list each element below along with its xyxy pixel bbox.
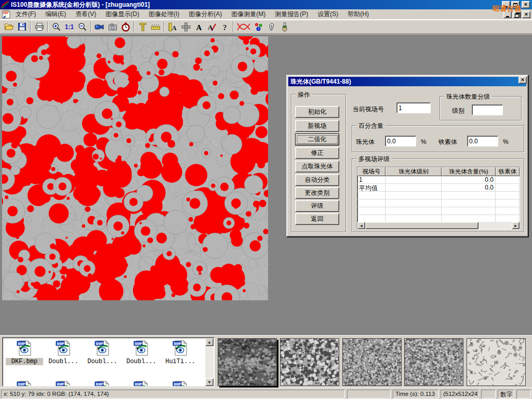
zoom-out-button[interactable]: [76, 21, 89, 33]
svg-text:BMP: BMP: [18, 342, 26, 345]
file-list-scrollbar[interactable]: ▲ ▼: [205, 338, 214, 386]
child-close-button[interactable]: ×: [522, 11, 530, 18]
scroll-down-icon[interactable]: ▼: [205, 378, 214, 386]
curve-tool-button[interactable]: [235, 21, 252, 33]
pick-pearlite-button[interactable]: 点取珠光体: [295, 161, 339, 172]
file-item[interactable]: BMPDKF.bmp: [6, 340, 43, 365]
col-pearlite-content[interactable]: 珠光体含量(%): [442, 167, 496, 176]
classify-balls-button[interactable]: 123: [252, 21, 265, 33]
table-horizontal-scrollbar[interactable]: ◄ ►: [357, 222, 520, 229]
print-button[interactable]: [33, 21, 46, 33]
child-minimize-button[interactable]: [503, 11, 512, 18]
menu-settings[interactable]: 设置(S): [313, 9, 343, 20]
current-field-input[interactable]: [396, 102, 431, 113]
scrollbar-track[interactable]: [478, 222, 512, 229]
actual-size-button[interactable]: 1:1: [63, 21, 76, 33]
correct-button[interactable]: 修正: [295, 147, 339, 159]
file-item-clipped[interactable]: BMP: [6, 380, 43, 387]
file-name[interactable]: HuiTi...: [162, 358, 199, 365]
bmp-file-icon: BMP: [94, 351, 111, 358]
menu-image-display[interactable]: 图像显示(D): [101, 9, 144, 20]
file-item-clipped[interactable]: BMP: [45, 380, 82, 387]
operation-group-label: 操作: [296, 90, 312, 99]
thumbnail-1[interactable]: [218, 338, 277, 386]
timer-button[interactable]: [119, 21, 132, 33]
capture-camera-button[interactable]: [106, 21, 119, 33]
pearlite-percent-sign: %: [421, 138, 427, 145]
brush-button[interactable]: [278, 21, 291, 33]
menu-image-analysis[interactable]: 图像分析(A): [184, 9, 227, 20]
dialog-close-button[interactable]: ×: [518, 76, 527, 84]
file-item-clipped[interactable]: BMP: [162, 380, 199, 387]
window-title: IS100显微摄像系统(金相分析版) - [zhuguangti01]: [11, 1, 150, 9]
file-name[interactable]: DKF.bmp: [6, 358, 43, 365]
pearlite-input[interactable]: [385, 136, 416, 147]
pen-button[interactable]: [265, 21, 278, 33]
thumbnail-3[interactable]: [342, 338, 402, 386]
ruler-button[interactable]: [149, 21, 162, 33]
svg-text:BMP: BMP: [57, 382, 65, 386]
thumbnail-2[interactable]: [280, 338, 339, 386]
menu-view[interactable]: 查看(V): [71, 9, 101, 20]
file-name[interactable]: Doubl...: [123, 358, 160, 365]
scroll-left-icon[interactable]: ◄: [357, 222, 365, 229]
thumbnail-4[interactable]: [404, 338, 463, 386]
file-item-clipped[interactable]: BMP: [84, 380, 121, 387]
maximize-button[interactable]: [511, 1, 520, 8]
help-button[interactable]: ?: [218, 21, 231, 33]
scroll-up-icon[interactable]: ▲: [205, 338, 214, 346]
status-empty-1: [347, 390, 391, 398]
change-class-button[interactable]: 更改类别: [295, 187, 339, 199]
caliper-button[interactable]: [136, 21, 149, 33]
font-button[interactable]: A: [192, 21, 205, 33]
minimize-button[interactable]: [502, 1, 510, 8]
col-field-number[interactable]: 视场号: [357, 167, 385, 176]
child-close-icon: ×: [525, 11, 528, 17]
file-item[interactable]: BMPDoubl...: [84, 340, 121, 365]
thumbnail-5[interactable]: [467, 338, 526, 386]
menu-measure-report[interactable]: 测量报告(P): [270, 9, 313, 20]
cell-ferrite: [496, 176, 520, 184]
menu-help[interactable]: 帮助(H): [343, 9, 374, 20]
menu-file[interactable]: 文件(F): [11, 9, 41, 20]
close-button[interactable]: ×: [522, 1, 530, 8]
col-pearlite-grade[interactable]: 珠光体级别: [385, 167, 442, 176]
grid-tool-button[interactable]: [179, 21, 192, 33]
child-restore-button[interactable]: [513, 11, 521, 18]
measure-text-button[interactable]: A: [166, 21, 179, 33]
mdi-client-area: 珠光体(GB/T9441-88) × 操作 初始化 新视场 二值化 修正 点取珠…: [0, 34, 532, 335]
file-name[interactable]: Doubl...: [45, 358, 82, 365]
new-field-button[interactable]: 新视场: [295, 120, 339, 132]
annotate-button[interactable]: A: [205, 21, 218, 33]
open-button[interactable]: [3, 21, 16, 33]
menu-image-measure[interactable]: 图像测量(M): [227, 9, 270, 20]
table-row[interactable]: 1 0.0: [357, 176, 520, 184]
grade-input[interactable]: [472, 104, 503, 115]
menu-image-processing[interactable]: 图像处理(I): [144, 9, 184, 20]
status-empty-2: [481, 390, 496, 398]
binarize-button[interactable]: 二值化: [295, 134, 339, 145]
file-item[interactable]: BMPHuiTi...: [162, 340, 199, 365]
col-ferrite[interactable]: 铁素体: [496, 167, 520, 176]
initialize-button[interactable]: 初始化: [295, 106, 339, 118]
dialog-title-bar[interactable]: 珠光体(GB/T9441-88): [288, 77, 526, 86]
zoom-in-button[interactable]: [50, 21, 63, 33]
return-button[interactable]: 返回: [295, 213, 339, 225]
save-button[interactable]: [16, 21, 29, 33]
file-item[interactable]: BMPDoubl...: [123, 340, 160, 365]
table-row[interactable]: 平均值 0.0: [357, 184, 520, 192]
svg-text:BMP: BMP: [96, 342, 104, 345]
grade-button[interactable]: 评级: [295, 200, 339, 212]
file-item-clipped[interactable]: BMP: [123, 380, 160, 387]
auto-classify-button[interactable]: 自动分类: [295, 174, 339, 186]
pen-icon: [268, 22, 275, 32]
file-listbox: BMPDKF.bmp BMPDoubl... BMPDoubl... BMPDo…: [2, 337, 215, 387]
scrollbar-thumb[interactable]: [365, 222, 478, 229]
menu-edit[interactable]: 编辑(E): [41, 9, 71, 20]
metallograph-image[interactable]: [2, 36, 268, 300]
ferrite-input[interactable]: [467, 136, 498, 147]
scroll-right-icon[interactable]: ►: [512, 222, 520, 229]
file-item[interactable]: BMPDoubl...: [45, 340, 82, 365]
video-camera-button[interactable]: [93, 21, 106, 33]
file-name[interactable]: Doubl...: [84, 358, 121, 365]
